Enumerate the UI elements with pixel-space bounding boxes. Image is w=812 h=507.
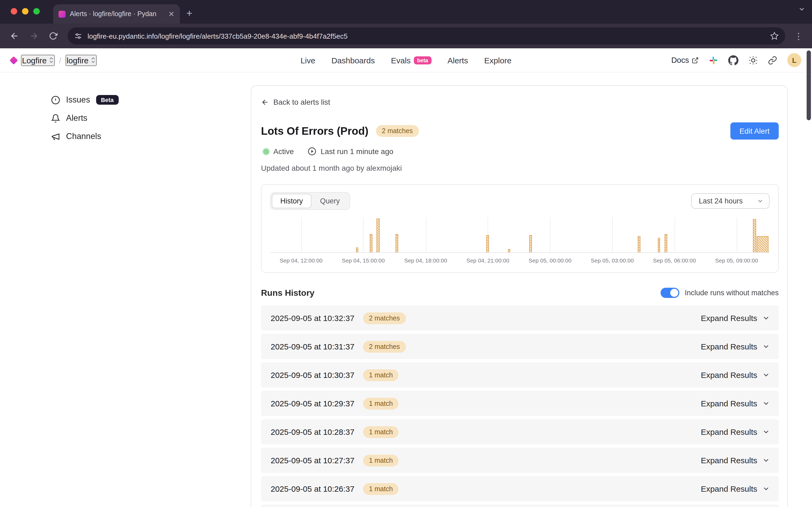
back-button[interactable] (6, 28, 22, 44)
run-row: 2025-09-05 at 10:30:37 1 match Expand Re… (261, 362, 779, 388)
chart-bar (395, 234, 398, 252)
evals-beta-badge: beta (414, 56, 431, 64)
url-text[interactable]: logfire-eu.pydantic.info/logfire/logfire… (88, 32, 765, 40)
expand-results-button[interactable]: Expand Results (701, 427, 770, 436)
tab-query[interactable]: Query (312, 194, 348, 208)
bookmark-star-icon[interactable] (770, 32, 779, 40)
nav-live[interactable]: Live (301, 56, 315, 65)
run-timestamp: 2025-09-05 at 10:31:37 (271, 342, 355, 351)
alert-detail-card: Back to alerts list Lots Of Errors (Prod… (251, 86, 788, 507)
megaphone-icon (51, 132, 60, 141)
chart-tick-label: Sep 04, 18:00:00 (404, 257, 447, 264)
chart-bar (658, 237, 660, 252)
new-tab-button[interactable]: + (186, 7, 192, 19)
breadcrumb-separator: / (59, 56, 61, 65)
browser-tab[interactable]: Alerts · logfire/logfire · Pydan ✕ (53, 4, 180, 23)
active-status-label: Active (273, 147, 294, 156)
chart-tick-label: Sep 05, 09:00:00 (715, 257, 758, 264)
chart-bar (638, 236, 641, 252)
forward-button[interactable] (26, 28, 42, 44)
tab-close-icon[interactable]: ✕ (168, 10, 174, 18)
expand-results-button[interactable]: Expand Results (701, 399, 770, 408)
last-run-label: Last run 1 minute ago (321, 147, 393, 156)
nav-dashboards[interactable]: Dashboards (331, 56, 375, 65)
sidebar-item-issues[interactable]: Issues Beta (51, 95, 251, 105)
nav-evals[interactable]: Evals beta (391, 56, 432, 65)
site-settings-icon[interactable] (74, 32, 82, 40)
reload-button[interactable] (45, 28, 61, 44)
back-to-alerts-link[interactable]: Back to alerts list (261, 98, 330, 106)
chart-bar (508, 249, 510, 252)
run-match-badge: 1 match (363, 483, 399, 495)
expand-results-button[interactable]: Expand Results (701, 484, 770, 493)
tab-search-chevron-icon[interactable] (798, 5, 806, 13)
share-link-icon[interactable] (768, 56, 777, 65)
include-runs-toggle-label: Include runs without matches (685, 289, 779, 297)
run-row: 2025-09-05 at 10:29:37 1 match Expand Re… (261, 391, 779, 416)
nav-explore[interactable]: Explore (484, 56, 511, 65)
chart-gridline (426, 217, 426, 252)
chevron-down-icon (762, 399, 770, 407)
page-scrollbar[interactable] (807, 50, 811, 120)
expand-results-button[interactable]: Expand Results (701, 342, 770, 351)
chart-gridline (737, 217, 737, 252)
browser-toolbar: logfire-eu.pydantic.info/logfire/logfire… (0, 23, 812, 48)
window-minimize-button[interactable] (22, 8, 29, 14)
project-switcher[interactable]: logfire (65, 54, 97, 66)
logfire-favicon (59, 10, 65, 17)
chart-gridline (612, 217, 613, 252)
history-chart-plot (270, 217, 770, 253)
sidebar-item-alerts[interactable]: Alerts (51, 113, 251, 123)
window-controls[interactable] (11, 8, 40, 14)
slack-icon[interactable] (709, 56, 718, 65)
run-match-badge: 1 match (363, 426, 399, 438)
run-match-badge: 2 matches (363, 312, 406, 324)
user-avatar[interactable]: L (787, 53, 801, 67)
bell-icon (51, 114, 60, 123)
nav-alerts[interactable]: Alerts (447, 56, 468, 65)
org-switcher-chevrons-icon (49, 56, 54, 64)
run-timestamp: 2025-09-05 at 10:28:37 (271, 427, 355, 436)
external-link-icon (692, 57, 699, 64)
expand-results-label: Expand Results (701, 342, 757, 351)
run-row: 2025-09-05 at 10:31:37 2 matches Expand … (261, 334, 779, 359)
docs-link[interactable]: Docs (671, 56, 699, 64)
expand-results-button[interactable]: Expand Results (701, 456, 770, 465)
run-timestamp: 2025-09-05 at 10:30:37 (271, 371, 355, 380)
chart-bar (530, 235, 532, 252)
chart-bar (356, 247, 358, 252)
window-close-button[interactable] (11, 8, 17, 14)
project-switcher-chevrons-icon (91, 56, 96, 64)
browser-menu-icon[interactable]: ⋮ (792, 31, 806, 41)
run-match-badge: 1 match (363, 369, 399, 381)
history-query-tabs: History Query (270, 192, 350, 210)
chart-tick-label: Sep 04, 15:00:00 (342, 257, 385, 264)
run-row: 2025-09-05 at 10:26:37 1 match Expand Re… (261, 476, 779, 501)
org-switcher[interactable]: Logfire (21, 54, 55, 66)
app-header: Logfire / logfire Live Dashboards Evals … (0, 48, 812, 72)
toggle-knob (670, 289, 678, 297)
chart-bar (370, 234, 372, 252)
chart-bar (753, 219, 756, 252)
tab-history[interactable]: History (272, 194, 312, 208)
edit-alert-button[interactable]: Edit Alert (730, 122, 779, 139)
github-icon[interactable] (728, 55, 739, 65)
address-bar[interactable]: logfire-eu.pydantic.info/logfire/logfire… (68, 27, 785, 45)
window-zoom-button[interactable] (33, 8, 40, 14)
run-row: 2025-09-05 at 10:32:37 2 matches Expand … (261, 305, 779, 331)
history-chart-axis: Sep 04, 12:00:00Sep 04, 15:00:00Sep 04, … (270, 256, 770, 267)
run-timestamp: 2025-09-05 at 10:27:37 (271, 456, 355, 465)
run-match-badge: 1 match (363, 397, 399, 409)
chart-bar (664, 234, 667, 252)
time-range-select[interactable]: Last 24 hours (691, 193, 770, 209)
run-timestamp: 2025-09-05 at 10:32:37 (271, 314, 355, 323)
expand-results-button[interactable]: Expand Results (701, 314, 770, 323)
chevron-down-icon (757, 198, 764, 205)
theme-sun-icon[interactable] (749, 56, 758, 65)
sidebar-item-channels[interactable]: Channels (51, 131, 251, 141)
include-runs-toggle[interactable] (660, 288, 680, 298)
expand-results-button[interactable]: Expand Results (701, 371, 770, 380)
alert-circle-icon (51, 95, 60, 104)
run-timestamp: 2025-09-05 at 10:26:37 (271, 484, 355, 493)
expand-results-label: Expand Results (701, 484, 757, 493)
